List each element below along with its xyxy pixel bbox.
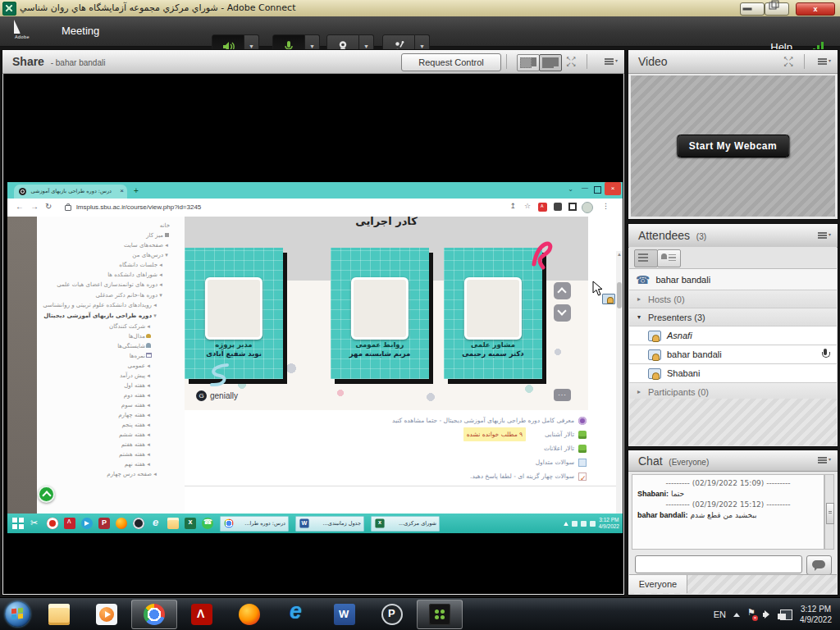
attendee-row[interactable]: Presenters (3) bbox=[629, 308, 837, 326]
bookmark-star-icon[interactable]: ☆ bbox=[524, 202, 531, 210]
scrollbar-thumb[interactable] bbox=[617, 282, 622, 308]
slide-down-button[interactable] bbox=[554, 304, 571, 322]
shared-taskbar-app-icon[interactable] bbox=[98, 518, 110, 529]
sidebar-item[interactable]: نمره‌ها bbox=[40, 351, 176, 361]
layout-toggle-1[interactable] bbox=[517, 54, 540, 71]
host-taskbar-app-button[interactable] bbox=[274, 600, 320, 629]
sidebar-item[interactable]: خانه bbox=[40, 221, 176, 231]
shared-taskbar-app-icon[interactable] bbox=[185, 518, 196, 529]
attendee-row[interactable]: Shabani bbox=[629, 364, 837, 383]
sidebar-item[interactable]: هفته نهم bbox=[40, 459, 176, 469]
card-view-toggle[interactable] bbox=[657, 249, 681, 267]
action-center-flag-icon[interactable] bbox=[747, 609, 756, 619]
shared-window-button[interactable]: جدول زمانبندی... bbox=[295, 516, 364, 532]
shared-taskbar-app-icon[interactable] bbox=[202, 518, 213, 529]
tab-search-chevron-icon[interactable]: ⌄ bbox=[568, 185, 573, 193]
host-taskbar-app-button[interactable] bbox=[179, 600, 225, 629]
staff-card[interactable]: مدیر پروژه نوید شفیع آبادی bbox=[185, 248, 283, 379]
tray-expand-icon[interactable] bbox=[733, 613, 740, 617]
sidebar-item[interactable]: درس‌های من bbox=[40, 250, 176, 260]
back-to-top-button[interactable] bbox=[38, 486, 55, 503]
forward-icon[interactable]: → bbox=[30, 202, 39, 211]
sidebar-item[interactable]: صفحه درس چهارم bbox=[40, 469, 176, 479]
address-bar-url[interactable]: lmsplus.sbu.ac.ir/course/view.php?id=324… bbox=[76, 203, 201, 211]
course-activity-item[interactable]: تالار آشنایی ۹ مطلب خوانده نشده bbox=[185, 427, 587, 441]
network-icon[interactable] bbox=[780, 609, 792, 620]
sidebar-item[interactable]: هفته اول bbox=[40, 381, 176, 390]
volume-icon[interactable] bbox=[763, 609, 773, 619]
browser-scrollbar[interactable]: ▲ bbox=[616, 251, 623, 514]
chat-input[interactable] bbox=[635, 555, 802, 573]
browser-menu-dots-icon[interactable]: ⋮ bbox=[602, 202, 609, 210]
group-toggle-icon[interactable] bbox=[636, 313, 642, 321]
host-taskbar-app-button[interactable] bbox=[84, 600, 130, 629]
host-taskbar-app-button[interactable] bbox=[131, 600, 177, 629]
tray-icon[interactable] bbox=[572, 521, 578, 527]
browser-minimize-icon[interactable]: — bbox=[582, 184, 588, 191]
course-activity-item[interactable]: سوالات چهار گزینه ای - لطفا پاسخ دهید. bbox=[185, 469, 587, 483]
slide-options-button[interactable]: ... bbox=[554, 389, 571, 401]
sidebar-item[interactable]: هفته چهارم bbox=[40, 410, 176, 420]
shared-taskbar-app-icon[interactable] bbox=[64, 518, 75, 529]
sidebar-item[interactable]: دوره ها-خانم دکتر صدغلی bbox=[40, 290, 176, 300]
shared-taskbar-app-icon[interactable] bbox=[150, 518, 162, 529]
sidebar-item[interactable]: میز کار bbox=[40, 231, 176, 240]
host-taskbar-app-button[interactable] bbox=[322, 600, 368, 629]
tray-icon[interactable] bbox=[581, 521, 587, 527]
start-webcam-button[interactable]: Start My Webcam bbox=[677, 135, 789, 158]
sidebar-item[interactable]: شرکت کنندگان bbox=[40, 322, 176, 331]
staff-card[interactable]: روابط عمومی مریم شایسته مهر bbox=[331, 248, 429, 379]
request-control-button[interactable]: Request Control bbox=[401, 53, 501, 71]
share-pod-menu-icon[interactable] bbox=[605, 57, 616, 66]
sidebar-item[interactable]: صفحه‌های سایت bbox=[40, 240, 176, 250]
host-taskbar-app-button[interactable] bbox=[226, 600, 272, 629]
back-icon[interactable]: ← bbox=[16, 202, 24, 211]
sidebar-item[interactable]: پیش درآمد bbox=[40, 371, 176, 381]
shared-taskbar-app-icon[interactable] bbox=[47, 518, 58, 529]
shared-window-button[interactable]: شورای مرکزی... bbox=[371, 516, 440, 532]
tray-expand-icon[interactable] bbox=[564, 522, 568, 526]
attendee-row[interactable]: Asnafi bbox=[629, 326, 837, 345]
sidebar-item[interactable]: دوره های توانمندسازی اعضای هیات علمی bbox=[40, 280, 176, 290]
sidebar-item[interactable]: هفته سوم bbox=[40, 400, 176, 410]
new-tab-button[interactable]: + bbox=[134, 186, 139, 195]
close-button[interactable]: x bbox=[796, 2, 835, 16]
sidebar-item[interactable]: هفته هفتم bbox=[40, 440, 176, 450]
attendees-pod-menu-icon[interactable] bbox=[818, 231, 829, 240]
chat-scrollbar[interactable] bbox=[824, 474, 834, 550]
list-view-toggle[interactable] bbox=[634, 249, 658, 267]
video-fullscreen-icon[interactable]: ↖↗↙↘ bbox=[783, 56, 795, 67]
share-page-icon[interactable]: ↥ bbox=[509, 202, 516, 210]
tab-everyone[interactable]: Everyone bbox=[629, 575, 687, 593]
tab-close-icon[interactable]: × bbox=[120, 187, 124, 194]
reload-icon[interactable]: ↻ bbox=[45, 202, 52, 211]
staff-card[interactable]: مشاور علمی دکتر سمیه رحیمی bbox=[444, 248, 542, 379]
host-clock[interactable]: 3:12 PM 4/9/2022 bbox=[800, 604, 832, 625]
sidebar-item[interactable]: دوره طراحی بازیهای آموزشی دیجیتال bbox=[40, 311, 176, 322]
course-activity-item[interactable]: سوالات متداول bbox=[185, 455, 587, 469]
shared-taskbar-app-icon[interactable] bbox=[12, 518, 24, 529]
sidebar-item[interactable]: هفته پنجم bbox=[40, 420, 176, 430]
shared-taskbar-app-icon[interactable] bbox=[81, 518, 93, 529]
start-orb[interactable] bbox=[5, 601, 30, 627]
browser-restore-icon[interactable] bbox=[594, 186, 601, 194]
sidebar-item[interactable]: مدال‌ها bbox=[40, 331, 176, 341]
shared-taskbar-app-icon[interactable] bbox=[30, 518, 41, 529]
browser-close-icon[interactable]: × bbox=[605, 182, 621, 195]
sidebar-item[interactable]: هفته دوم bbox=[40, 390, 176, 400]
meeting-menu[interactable]: Meeting bbox=[62, 25, 99, 37]
browser-tab[interactable]: درس: دوره طراحی بازیهای آموزشی × bbox=[14, 185, 127, 199]
attendee-row[interactable]: Hosts (0) bbox=[629, 290, 837, 308]
video-pod-menu-icon[interactable] bbox=[818, 57, 829, 66]
sidebar-toggle-icon[interactable] bbox=[568, 203, 577, 211]
chat-send-button[interactable] bbox=[806, 555, 832, 575]
course-activity-item[interactable]: معرفی کامل دوره طراحی بازیهای آموزشی دیج… bbox=[185, 413, 587, 427]
sidebar-item[interactable]: شایستگی‌ها bbox=[40, 341, 176, 351]
group-toggle-icon[interactable] bbox=[636, 388, 642, 395]
language-indicator[interactable]: EN bbox=[714, 609, 726, 619]
layout-toggle-2[interactable] bbox=[539, 54, 562, 71]
sidebar-item[interactable]: عمومی bbox=[40, 361, 176, 371]
sidebar-item[interactable]: جلسات دانشگاه bbox=[40, 260, 176, 270]
sidebar-item[interactable]: هفته هشتم bbox=[40, 450, 176, 459]
sidebar-item[interactable]: هفته ششم bbox=[40, 430, 176, 440]
